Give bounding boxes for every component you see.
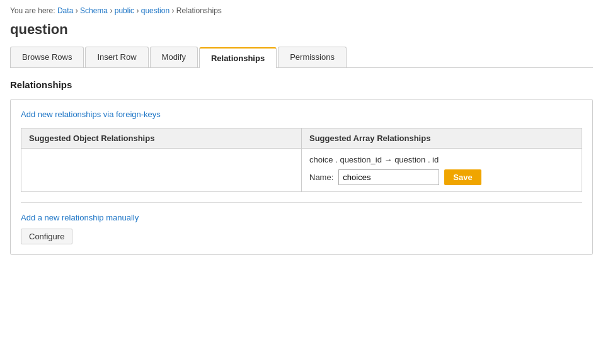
tab-browse-rows[interactable]: Browse Rows bbox=[10, 47, 84, 67]
breadcrumb: You are here: Data › Schema › public › q… bbox=[10, 6, 593, 15]
relationship-text: choice . question_id → question . id bbox=[309, 155, 439, 164]
suggested-table: Suggested Object Relationships Suggested… bbox=[21, 128, 582, 192]
breadcrumb-data[interactable]: Data bbox=[57, 6, 73, 15]
breadcrumb-current: Relationships bbox=[176, 6, 222, 15]
breadcrumb-sep4: › bbox=[171, 6, 176, 15]
name-input[interactable] bbox=[338, 169, 439, 185]
save-button[interactable]: Save bbox=[444, 169, 481, 185]
col-header-object: Suggested Object Relationships bbox=[21, 128, 302, 149]
tab-insert-row[interactable]: Insert Row bbox=[85, 47, 148, 67]
tab-permissions[interactable]: Permissions bbox=[278, 47, 347, 67]
configure-button[interactable]: Configure bbox=[21, 229, 72, 244]
name-label: Name: bbox=[309, 173, 333, 182]
tab-relationships[interactable]: Relationships bbox=[199, 47, 277, 68]
add-via-fk-link[interactable]: Add new relationships via foreign-keys bbox=[21, 110, 582, 119]
col-header-array: Suggested Array Relationships bbox=[302, 128, 582, 149]
breadcrumb-sep1: › bbox=[76, 6, 80, 15]
relationships-container: Add new relationships via foreign-keys S… bbox=[10, 99, 593, 255]
breadcrumb-schema[interactable]: Schema bbox=[80, 6, 108, 15]
add-manually-link[interactable]: Add a new relationship manually bbox=[21, 213, 582, 222]
page-title: question bbox=[10, 21, 593, 38]
breadcrumb-question[interactable]: question bbox=[141, 6, 169, 15]
table-row: choice . question_id → question . id Nam… bbox=[21, 149, 582, 192]
section-title: Relationships bbox=[10, 79, 593, 90]
array-relationships-cell: choice . question_id → question . id Nam… bbox=[302, 149, 582, 192]
tabs-container: Browse Rows Insert Row Modify Relationsh… bbox=[10, 47, 593, 68]
section-divider bbox=[21, 202, 582, 203]
breadcrumb-sep2: › bbox=[110, 6, 114, 15]
breadcrumb-public[interactable]: public bbox=[115, 6, 134, 15]
relationship-entry: choice . question_id → question . id bbox=[309, 155, 574, 164]
breadcrumb-prefix: You are here: bbox=[10, 6, 57, 15]
breadcrumb-sep3: › bbox=[136, 6, 141, 15]
tab-modify[interactable]: Modify bbox=[150, 47, 198, 67]
object-relationships-cell bbox=[21, 149, 302, 192]
name-row: Name: Save bbox=[309, 169, 574, 185]
